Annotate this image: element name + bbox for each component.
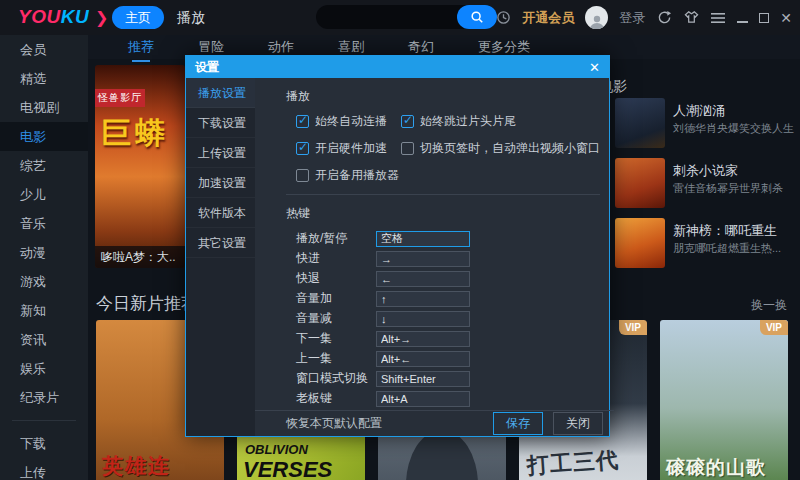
refresh-icon[interactable] [656, 10, 672, 26]
logo-ku: KU [61, 6, 89, 27]
skin-theme-icon[interactable] [683, 10, 699, 26]
hot-movie-item[interactable]: 新神榜：哪吒重生 朋克哪吒超燃重生热... [615, 218, 795, 268]
save-button[interactable]: 保存 [493, 412, 543, 435]
hotkey-label: 音量加 [296, 290, 376, 307]
sidebar-item-entertainment[interactable]: 娱乐 [0, 354, 88, 383]
hotkey-input-window-mode[interactable] [376, 371, 470, 387]
sidebar-item-music[interactable]: 音乐 [0, 209, 88, 238]
search-box[interactable] [316, 5, 497, 29]
banner-art-title: 巨蟒 [101, 113, 169, 154]
movie-title: 人潮汹涌 [673, 102, 725, 120]
vip-badge: VIP [619, 320, 647, 335]
sidebar-item-variety[interactable]: 综艺 [0, 151, 88, 180]
hotkey-label: 上一集 [296, 350, 376, 367]
banner-tag: 怪兽影厅 [95, 89, 145, 107]
search-icon [470, 10, 484, 24]
search-input[interactable] [328, 5, 453, 29]
nav-play-button[interactable]: 播放 [177, 9, 205, 27]
sidebar-item-documentary[interactable]: 纪录片 [0, 383, 88, 412]
checkbox-backup-player[interactable] [296, 169, 309, 182]
sidebar-item-upload[interactable]: 上传 [0, 458, 88, 480]
checkbox-label: 始终自动连播 [315, 113, 387, 130]
login-link[interactable]: 登录 [619, 9, 645, 27]
sidebar-item-kids[interactable]: 少儿 [0, 180, 88, 209]
reset-defaults-link[interactable]: 恢复本页默认配置 [286, 415, 382, 432]
settings-tab-upload[interactable]: 上传设置 [186, 138, 255, 168]
checkbox-label: 开启备用播放器 [315, 167, 399, 184]
poster-art-text: VERSES [243, 457, 332, 480]
hotkey-input-prev-episode[interactable] [376, 351, 470, 367]
hot-movie-item[interactable]: 人潮汹涌 刘德华肖央爆笑交换人生 [615, 98, 795, 148]
sidebar-item-download[interactable]: 下载 [0, 429, 88, 458]
dialog-titlebar: 设置 ✕ [186, 56, 609, 78]
sidebar-item-news[interactable]: 资讯 [0, 325, 88, 354]
hotkey-input-play-pause[interactable] [376, 231, 470, 247]
sidebar: 会员 精选 电视剧 电影 综艺 少儿 音乐 动漫 游戏 新知 资讯 娱乐 纪录片… [0, 35, 88, 480]
dialog-title: 设置 [195, 59, 219, 76]
movie-desc: 刘德华肖央爆笑交换人生 [673, 121, 794, 136]
settings-tab-download[interactable]: 下载设置 [186, 108, 255, 138]
sidebar-item-anime[interactable]: 动漫 [0, 238, 88, 267]
vip-badge: VIP [760, 320, 788, 335]
movie-thumbnail [615, 218, 665, 268]
hotkey-label: 窗口模式切换 [296, 370, 376, 387]
hotkey-input-volume-down[interactable] [376, 311, 470, 327]
search-button[interactable] [457, 5, 497, 29]
settings-tab-playback[interactable]: 播放设置 [186, 78, 255, 108]
checkbox-auto-continue[interactable] [296, 115, 309, 128]
hot-movies-panel: 热播电影 人潮汹涌 刘德华肖央爆笑交换人生 刺杀小说家 雷佳音杨幂异世界刺杀 新… [610, 60, 800, 318]
sidebar-item-knowledge[interactable]: 新知 [0, 296, 88, 325]
banner-poster[interactable]: 怪兽影厅 巨蟒 哆啦A梦：大.. [95, 65, 185, 268]
checkbox-skip-intro[interactable] [401, 115, 414, 128]
settings-tab-version[interactable]: 软件版本 [186, 198, 255, 228]
hotkey-input-next-episode[interactable] [376, 331, 470, 347]
close-button[interactable]: 关闭 [553, 412, 603, 435]
sidebar-item-games[interactable]: 游戏 [0, 267, 88, 296]
tab-action[interactable]: 动作 [268, 38, 294, 56]
hotkey-section-label: 热键 [286, 205, 600, 222]
sidebar-item-movies[interactable]: 电影 [0, 122, 88, 151]
sidebar-item-featured[interactable]: 精选 [0, 64, 88, 93]
movie-thumbnail [615, 98, 665, 148]
hotkey-label: 音量减 [296, 310, 376, 327]
hotkey-label: 老板键 [296, 390, 376, 407]
sidebar-divider [12, 420, 76, 421]
poster-art-text: OBLIVION [245, 442, 308, 457]
dialog-close-icon[interactable]: ✕ [589, 61, 600, 74]
checkbox-label: 始终跳过片头片尾 [420, 113, 516, 130]
movie-thumbnail [615, 158, 665, 208]
movie-title: 新神榜：哪吒重生 [673, 222, 777, 240]
movie-desc: 雷佳音杨幂异世界刺杀 [673, 181, 783, 196]
settings-tab-acceleration[interactable]: 加速设置 [186, 168, 255, 198]
avatar[interactable] [585, 6, 608, 29]
settings-tab-other[interactable]: 其它设置 [186, 228, 255, 258]
hot-movie-item[interactable]: 刺杀小说家 雷佳音杨幂异世界刺杀 [615, 158, 795, 208]
open-vip-link[interactable]: 开通会员 [522, 9, 574, 27]
hotkey-input-volume-up[interactable] [376, 291, 470, 307]
checkbox-mini-window[interactable] [401, 142, 414, 155]
section-divider [286, 194, 600, 195]
hotkey-input-fast-forward[interactable] [376, 251, 470, 267]
tab-comedy[interactable]: 喜剧 [338, 38, 364, 56]
tab-fantasy[interactable]: 奇幻 [408, 38, 434, 56]
tab-recommend[interactable]: 推荐 [128, 38, 154, 56]
history-icon[interactable] [495, 10, 511, 26]
hotkey-label: 播放/暂停 [296, 230, 376, 247]
poster-shange-film[interactable]: 磙磙的山歌 VIP [660, 320, 788, 480]
nav-home-button[interactable]: 主页 [112, 6, 164, 29]
checkbox-hw-acceleration[interactable] [296, 142, 309, 155]
hotkey-input-rewind[interactable] [376, 271, 470, 287]
checkbox-label: 开启硬件加速 [315, 140, 387, 157]
tab-more-categories[interactable]: 更多分类 [478, 38, 530, 56]
tab-adventure[interactable]: 冒险 [198, 38, 224, 56]
minimize-button[interactable] [737, 13, 748, 23]
hotkey-input-boss-key[interactable] [376, 391, 470, 407]
maximize-button[interactable] [759, 13, 769, 23]
sidebar-item-tv[interactable]: 电视剧 [0, 93, 88, 122]
logo-arrow-icon: ❯ [95, 9, 109, 26]
sidebar-item-vip[interactable]: 会员 [0, 35, 88, 64]
hotkey-label: 下一集 [296, 330, 376, 347]
menu-icon[interactable] [710, 10, 726, 26]
youku-logo[interactable]: YOUKU ❯ [18, 6, 109, 28]
window-close-button[interactable]: ✕ [780, 11, 792, 25]
